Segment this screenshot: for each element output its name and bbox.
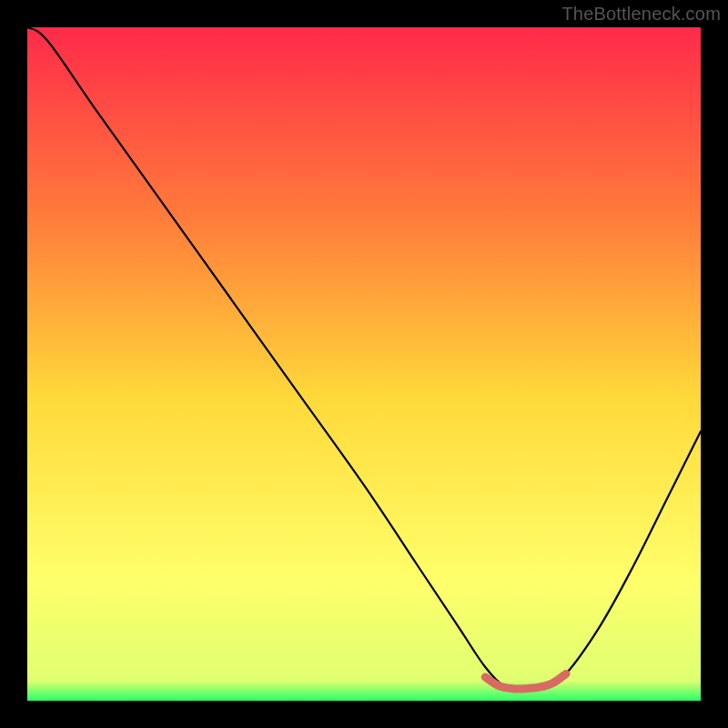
watermark-text: TheBottleneck.com bbox=[561, 4, 721, 25]
chart-svg bbox=[27, 27, 701, 701]
gradient-background bbox=[27, 27, 701, 701]
bottleneck-chart bbox=[27, 27, 701, 701]
